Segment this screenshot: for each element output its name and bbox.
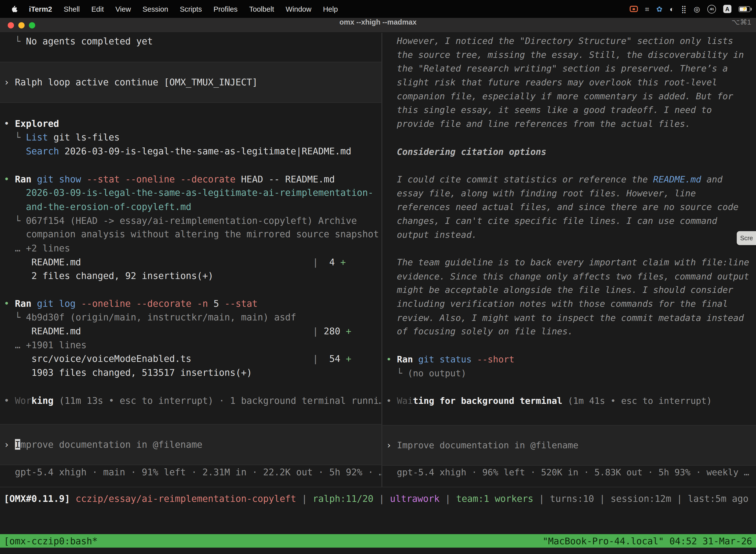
terminal-line: 2026-03-09-is-legal-the-same-as-legitima…: [4, 186, 381, 200]
terminal-line: └ (no output): [386, 366, 756, 380]
menu-left: iTerm2ShellEditViewSessionScriptsProfile…: [0, 5, 338, 13]
window-title: omx --xhigh --madmax: [0, 18, 756, 33]
terminal-line: • Waiting for background terminal (1m 41…: [386, 394, 756, 408]
terminal-line: references need actual files, and since …: [386, 200, 756, 214]
terminal-line: └ 4b9d30f (origin/main, instructkr/main,…: [4, 311, 381, 324]
terminal-line: Search 2026-03-09-is-legal-the-same-as-l…: [4, 144, 381, 158]
terminal-line: gpt-5.4 xhigh · main · 91% left · 2.31M …: [4, 465, 381, 479]
window-shortcut: ⌥⌘1: [732, 18, 751, 33]
terminal-line: … +2 lines: [4, 241, 381, 255]
terminal-line: the "Related research writing" section i…: [386, 62, 756, 76]
terminal-line: [386, 242, 756, 256]
terminal-line: … +1901 lines: [4, 338, 381, 352]
terminal-line: └ List git ls-files: [4, 130, 381, 145]
window-titlebar: omx --xhigh --madmax ⌥⌘1: [0, 18, 756, 33]
left-pane[interactable]: └ No agents completed yet› Ralph loop ac…: [0, 33, 381, 487]
terminal-line: slight risk that future readers may over…: [386, 76, 756, 90]
terminal-line: changes, I can't cite specific file line…: [386, 214, 756, 228]
terminal-line: • Ran git log --oneline --decorate -n 5 …: [4, 296, 381, 311]
spacer: [4, 407, 4, 424]
terminal-line: companion file, especially if more comme…: [386, 90, 756, 104]
terminal-line: I could cite commit statistics or refere…: [386, 173, 756, 187]
terminal-line: and-the-erosion-of-copyleft.md: [4, 200, 381, 214]
screen-sharing-overlay[interactable]: Scre: [737, 231, 756, 245]
menu-item-window[interactable]: Window: [286, 5, 312, 13]
terminal-line: evidence. Since this change only affects…: [386, 270, 756, 283]
menu-item-shell[interactable]: Shell: [64, 5, 80, 13]
terminal-line: companion analysis without altering the …: [4, 227, 381, 241]
tmux-statusbar: [omx-cczip0:bash* "MacBook-Pro-44.local"…: [0, 534, 756, 548]
terminal-line: [4, 380, 381, 393]
omx-status-line: [OMX#0.11.9] cczip/essay/ai-reimplementa…: [4, 493, 749, 507]
terminal-line: Considering citation options: [386, 145, 756, 159]
terminal-line: [386, 131, 756, 145]
prompt-input-right[interactable]: › Improve documentation in @filename: [382, 425, 756, 466]
terminal-line: [4, 158, 381, 172]
terminal-line: The team guideline is to back every impo…: [386, 256, 756, 270]
app-icon-blue[interactable]: ✿: [656, 5, 662, 12]
terminal-line: review. Also, I might want to inspect th…: [386, 311, 756, 325]
menu-item-edit[interactable]: Edit: [91, 5, 104, 13]
screen: iTerm2ShellEditViewSessionScriptsProfile…: [0, 0, 756, 554]
tmux-session-label: [omx-cczip0:bash*: [4, 534, 98, 548]
terminal-line: might be acceptable alongside the file l…: [386, 283, 756, 297]
terminal-line: including verification notes with those …: [386, 297, 756, 311]
left-pane-content: └ No agents completed yet› Ralph loop ac…: [4, 34, 381, 479]
prompt-input-left[interactable]: › Improve documentation in @filename: [0, 424, 381, 465]
terminal-window: └ No agents completed yet› Ralph loop ac…: [0, 33, 756, 554]
terminal-line: However, I noticed the "Directory Struct…: [386, 34, 756, 48]
terminal-line: [386, 159, 756, 173]
tmux-host-clock: "MacBook-Pro-44.local" 04:52 31-Mar-26: [543, 534, 752, 548]
terminal-line: [4, 103, 381, 117]
terminal-line: [386, 380, 756, 394]
terminal-line: gpt-5.4 xhigh · 96% left · 520K in · 5.8…: [386, 466, 756, 480]
terminal-line: essay file, along with finding root file…: [386, 186, 756, 200]
screen-recording-indicator[interactable]: [630, 6, 638, 12]
macos-menubar: iTerm2ShellEditViewSessionScriptsProfile…: [0, 0, 756, 18]
gauge-badge[interactable]: .61: [707, 4, 716, 13]
terminal-line: • Ran git show --stat --oneline --decora…: [4, 172, 381, 186]
right-pane[interactable]: However, I noticed the "Directory Struct…: [382, 33, 756, 487]
menu-items: iTerm2ShellEditViewSessionScriptsProfile…: [29, 5, 338, 13]
terminal-line: output instead.: [386, 228, 756, 242]
input-source-badge[interactable]: A: [723, 5, 732, 13]
terminal-line: [386, 339, 756, 353]
terminal-line: • Ran git status --short: [386, 353, 756, 367]
screen-sharing-overlay-label: Scre: [740, 234, 753, 242]
keyboard-grid-icon[interactable]: ⌗: [645, 5, 649, 12]
menubar-status-icons: ⌗✿◐⣿◎.61A⚡: [630, 0, 750, 18]
ralph-loop-banner: › Ralph loop active continue [OMX_TMUX_I…: [0, 62, 381, 103]
terminal-line: this single essay, it seems like a good …: [386, 104, 756, 117]
pane-bottom-border: [0, 487, 756, 487]
menu-item-help[interactable]: Help: [323, 5, 338, 13]
app-icon-circle[interactable]: ◐: [670, 5, 674, 12]
menu-item-profiles[interactable]: Profiles: [213, 5, 238, 13]
menu-item-iterm2[interactable]: iTerm2: [29, 5, 52, 13]
dots-grid-icon[interactable]: ⣿: [681, 5, 687, 12]
terminal-line: • Explored: [4, 117, 381, 130]
terminal-line: 2 files changed, 92 insertions(+): [4, 269, 381, 283]
terminal-line: └ No agents completed yet: [4, 34, 381, 48]
app-icon-ring[interactable]: ◎: [694, 5, 700, 12]
menu-item-scripts[interactable]: Scripts: [180, 5, 202, 13]
terminal-line: provide file and line references from th…: [386, 117, 756, 131]
terminal-line: [4, 283, 381, 296]
battery-icon[interactable]: ⚡: [739, 6, 750, 12]
menu-item-toolbelt[interactable]: Toolbelt: [249, 5, 274, 13]
terminal-line: [4, 48, 381, 62]
terminal-line: 1903 files changed, 513517 insertions(+): [4, 366, 381, 380]
terminal-line: src/voice/voiceModeEnabled.ts | 54 +: [4, 352, 381, 366]
terminal-line: └ 067f154 (HEAD -> essay/ai-reimplementa…: [4, 214, 381, 227]
terminal-line: README.md | 280 +: [4, 324, 381, 338]
terminal-line: of focusing solely on file lines.: [386, 325, 756, 339]
menu-item-view[interactable]: View: [115, 5, 131, 13]
apple-menu-icon[interactable]: [11, 5, 17, 13]
terminal-line: • Working (11m 13s • esc to interrupt) ·…: [4, 393, 381, 407]
terminal-line: README.md | 4 +: [4, 255, 381, 269]
terminal-line: the source tree, missing the essay. Stil…: [386, 48, 756, 62]
right-pane-content: However, I noticed the "Directory Struct…: [386, 34, 756, 480]
menu-item-session[interactable]: Session: [143, 5, 169, 13]
spacer: [386, 408, 387, 425]
